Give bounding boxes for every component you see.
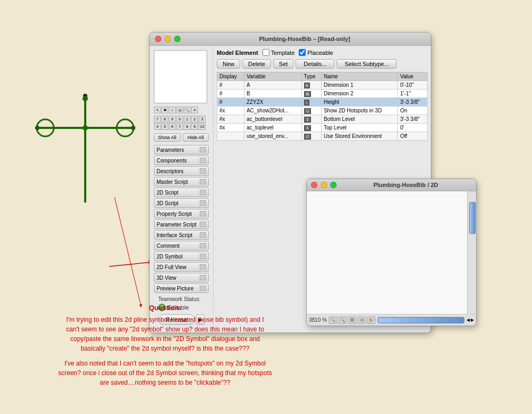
nav-2d-script[interactable]: 2D Script xyxy=(154,188,209,197)
cell-display: #x xyxy=(217,115,244,124)
table-row[interactable]: # ZZYZX ↕ Height 3'-3 3/8" xyxy=(217,98,428,107)
table-row[interactable]: #x ac_bottomlevel ⇕ Bottom Level 3'-3 3/… xyxy=(217,115,428,124)
set-button[interactable]: Set xyxy=(273,59,294,69)
placeable-label: Placeable xyxy=(307,50,333,56)
question-header: Question: xyxy=(21,304,309,312)
toolbar-row: ↖ ✱ ○ ◎ 🔍 ≡ xyxy=(154,107,209,113)
zoom-level: 3810 % xyxy=(309,317,328,323)
maximize-button-2[interactable] xyxy=(330,182,337,188)
nav-3d-view[interactable]: 3D View xyxy=(154,273,209,282)
select-subtype-button[interactable]: Select Subtype... xyxy=(337,59,397,69)
nav-icon xyxy=(200,222,206,227)
details-button[interactable]: Details... xyxy=(296,59,334,69)
nav-icon xyxy=(200,275,206,280)
table-row[interactable]: use_stored_env... ☑ Use Stored Environme… xyxy=(217,132,428,141)
zoom-out-button[interactable]: 🔍 xyxy=(338,316,347,324)
delete-button[interactable]: Delete xyxy=(242,59,271,69)
cell-type: ⇕ xyxy=(301,124,321,132)
nav-comment[interactable]: Comment xyxy=(154,241,209,250)
table-row[interactable]: # B ⊞ Dimension 2 1'-1" xyxy=(217,90,428,98)
cell-name: Dimension 2 xyxy=(321,90,398,98)
table-row[interactable]: #x AC_show2DHot... ☑ Show 2D Hotspots in… xyxy=(217,107,428,115)
vertical-scrollbar[interactable] xyxy=(468,191,476,314)
nav-3d-script[interactable]: 3D Script xyxy=(154,198,209,208)
new-button[interactable]: New xyxy=(217,59,240,69)
cell-display: # xyxy=(217,81,244,90)
nav-parameter-script[interactable]: Parameter Script xyxy=(154,220,209,229)
num-1[interactable]: 7 xyxy=(154,116,161,123)
placeable-checkbox[interactable] xyxy=(299,49,306,56)
nav-preview-picture[interactable]: Preview Picture xyxy=(154,283,209,293)
table-row[interactable]: # A A Dimension 1 0'-10" xyxy=(217,81,428,90)
checkbox-group: Template Placeable xyxy=(263,49,333,56)
maximize-button[interactable] xyxy=(174,36,181,42)
left-panel: ↖ ✱ ○ ◎ 🔍 ≡ 7 8 9 0 1 2 3 4 5 6 7 8 9 xyxy=(150,46,214,332)
toolbar-btn-1[interactable]: ↖ xyxy=(154,107,161,113)
horizontal-scrollbar[interactable] xyxy=(378,317,464,323)
teamwork-label: Teamwork Status: xyxy=(158,296,204,302)
nav-property-script[interactable]: Property Script xyxy=(154,209,209,218)
template-checkbox[interactable] xyxy=(263,49,269,56)
canvas-area[interactable] xyxy=(307,191,468,314)
nav-left-button[interactable]: ◁ xyxy=(357,316,366,324)
second-dialog-body xyxy=(307,191,476,314)
nav-right-button[interactable]: ▷ xyxy=(367,316,375,324)
cell-type: ☑ xyxy=(301,132,321,141)
num-8[interactable]: 4 xyxy=(154,123,161,130)
minimize-button-2[interactable] xyxy=(321,182,327,188)
cell-display xyxy=(217,132,244,141)
toolbar-btn-2[interactable]: ✱ xyxy=(161,107,168,113)
scroll-left-arrow[interactable]: ◀ xyxy=(466,318,470,322)
num-11[interactable]: 7 xyxy=(176,123,183,130)
cell-variable: ac_toplevel xyxy=(244,124,301,132)
nav-2d-symbol[interactable]: 2D Symbol xyxy=(154,251,209,261)
scroll-right-arrow[interactable]: ▶ xyxy=(471,318,474,322)
num-4[interactable]: 0 xyxy=(176,116,183,123)
nav-icon xyxy=(200,243,206,248)
fit-button[interactable]: ⊡ xyxy=(348,316,356,324)
nav-icon xyxy=(200,264,206,270)
num-7[interactable]: 3 xyxy=(199,116,206,123)
num-12[interactable]: 8 xyxy=(184,123,191,130)
cell-value: 3'-3 3/8" xyxy=(398,115,428,124)
col-type: Type xyxy=(301,72,321,81)
num-14[interactable]: 10 xyxy=(199,123,206,130)
nav-descriptors[interactable]: Descriptors xyxy=(154,166,209,176)
num-13[interactable]: 9 xyxy=(191,123,198,130)
cell-display: #x xyxy=(217,107,244,115)
toolbar-btn-6[interactable]: ≡ xyxy=(191,107,198,113)
close-button[interactable] xyxy=(155,36,161,42)
toolbar-btn-3[interactable]: ○ xyxy=(169,107,176,113)
nav-2d-full-view[interactable]: 2D Full View xyxy=(154,262,209,272)
toolbar-btn-4[interactable]: ◎ xyxy=(176,107,183,113)
show-all-button[interactable]: Show All xyxy=(154,133,181,142)
zoom-in-button[interactable]: 🔍 xyxy=(329,316,337,324)
col-value: Value xyxy=(398,72,428,81)
num-10[interactable]: 6 xyxy=(169,123,176,130)
scrollbar-thumb-v[interactable] xyxy=(469,202,476,234)
num-3[interactable]: 9 xyxy=(169,116,176,123)
minimize-button[interactable] xyxy=(165,36,171,42)
nav-icon xyxy=(200,254,206,259)
cell-value: 0'-10" xyxy=(398,81,428,90)
num-6[interactable]: 2 xyxy=(191,116,198,123)
nav-master-script[interactable]: Master Script xyxy=(154,177,209,186)
close-button-2[interactable] xyxy=(311,182,317,188)
cell-variable: use_stored_env... xyxy=(244,132,301,141)
table-row[interactable]: #x ac_toplevel ⇕ Top Level 0' xyxy=(217,124,428,132)
num-9[interactable]: 5 xyxy=(161,123,168,130)
nav-icon xyxy=(200,190,206,195)
nav-interface-script[interactable]: Interface Script xyxy=(154,230,209,240)
svg-line-0 xyxy=(109,262,152,266)
cell-type: ☑ xyxy=(301,107,321,115)
col-variable: Variable xyxy=(244,72,301,81)
hide-all-button[interactable]: Hide All xyxy=(183,133,209,142)
nav-components[interactable]: Components xyxy=(154,156,209,165)
toolbar-btn-5[interactable]: 🔍 xyxy=(184,107,191,113)
num-5[interactable]: 1 xyxy=(184,116,191,123)
num-2[interactable]: 8 xyxy=(161,116,168,123)
nav-icon xyxy=(200,168,206,174)
nav-icon xyxy=(200,158,206,163)
template-checkbox-item: Template xyxy=(263,49,295,56)
nav-parameters[interactable]: Parameters xyxy=(154,145,209,155)
